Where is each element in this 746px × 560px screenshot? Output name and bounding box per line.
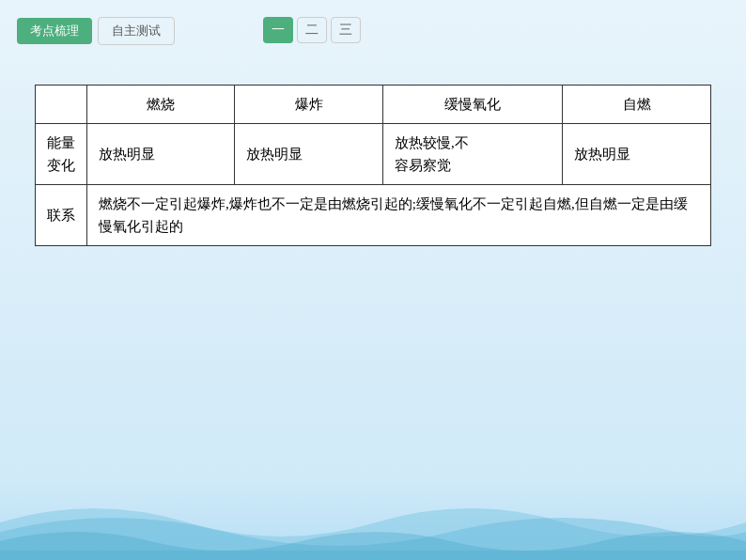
table-header-row: 燃烧 爆炸 缓慢氧化 自燃 [36, 86, 711, 124]
main-content: 燃烧 爆炸 缓慢氧化 自燃 能量变化 放热明显 放热明显 放热较慢,不容易察觉 … [28, 56, 718, 475]
page-btn-1[interactable]: 一 [263, 17, 293, 43]
energy-explosion: 放热明显 [235, 124, 382, 185]
top-nav: 考点梳理 自主测试 [17, 17, 175, 45]
page-btn-2[interactable]: 二 [297, 17, 327, 43]
connection-content: 燃烧不一定引起爆炸,爆炸也不一定是由燃烧引起的;缓慢氧化不一定引起自燃,但自燃一… [87, 185, 711, 246]
pagination: 一 二 三 [263, 17, 361, 43]
page-btn-3[interactable]: 三 [331, 17, 361, 43]
header-explosion: 爆炸 [235, 86, 382, 124]
energy-spontaneous: 放热明显 [563, 124, 711, 185]
table-row-energy: 能量变化 放热明显 放热明显 放热较慢,不容易察觉 放热明显 [36, 124, 711, 185]
table-row-connection: 联系 燃烧不一定引起爆炸,爆炸也不一定是由燃烧引起的;缓慢氧化不一定引起自燃,但… [36, 185, 711, 246]
energy-combustion: 放热明显 [87, 124, 235, 185]
connection-label: 联系 [36, 185, 87, 246]
wave-decoration [0, 485, 746, 560]
comparison-table: 燃烧 爆炸 缓慢氧化 自燃 能量变化 放热明显 放热明显 放热较慢,不容易察觉 … [35, 85, 711, 246]
zizhu-button[interactable]: 自主测试 [98, 17, 175, 45]
svg-rect-0 [0, 551, 746, 560]
header-combustion: 燃烧 [87, 86, 235, 124]
header-empty [36, 86, 87, 124]
energy-label: 能量变化 [36, 124, 87, 185]
kaodian-button[interactable]: 考点梳理 [17, 18, 92, 44]
energy-slow-oxidation: 放热较慢,不容易察觉 [382, 124, 563, 185]
header-spontaneous: 自燃 [563, 86, 711, 124]
header-slow-oxidation: 缓慢氧化 [382, 86, 563, 124]
